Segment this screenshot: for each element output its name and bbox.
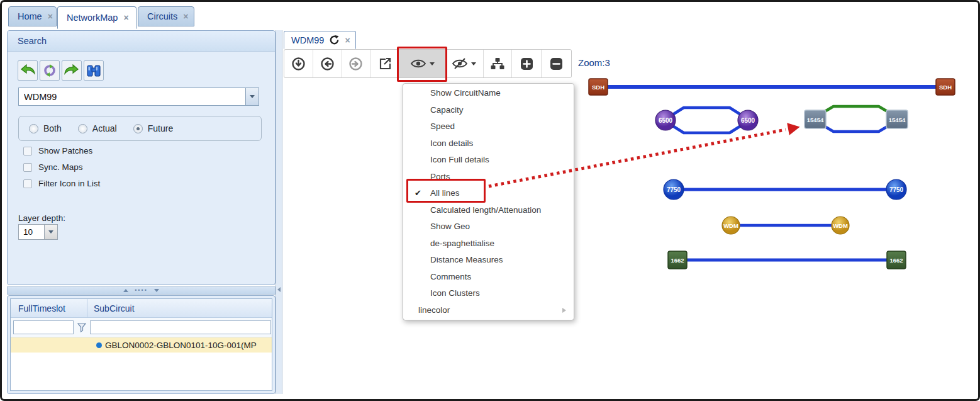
filter-fulltimeslot-input[interactable] <box>13 320 74 334</box>
nav-forward-button[interactable] <box>62 60 82 81</box>
search-combo <box>18 88 259 106</box>
refresh-view-icon[interactable] <box>329 35 340 45</box>
filter-funnel-icon[interactable] <box>77 323 86 332</box>
link-15454-bottom[interactable] <box>816 121 896 132</box>
radio-both[interactable]: Both <box>29 123 62 133</box>
node-6500-right[interactable]: 6500 <box>738 110 758 130</box>
history-forward-button[interactable] <box>342 50 371 77</box>
node-wdm-left[interactable]: WDM <box>722 217 740 234</box>
vertical-splitter[interactable] <box>276 30 282 394</box>
hide-options-button[interactable] <box>445 50 484 77</box>
show-options-button[interactable] <box>399 50 445 77</box>
checkbox-filter-icon-in-list[interactable]: Filter Icon in List <box>23 179 100 188</box>
search-input[interactable] <box>18 88 245 106</box>
zoom-out-button[interactable] <box>542 50 571 77</box>
menu-item-distance-measures[interactable]: Distance Measures <box>403 252 574 269</box>
svg-text:1662: 1662 <box>671 257 684 264</box>
tab-networkmap[interactable]: NetworkMap × <box>57 6 136 29</box>
collapse-left-icon[interactable] <box>277 287 281 292</box>
svg-text:SDH: SDH <box>939 84 952 91</box>
network-map-canvas[interactable]: SDH SDH 6500 6500 15454 15454 7750 <box>283 78 978 393</box>
open-external-button[interactable] <box>370 50 399 77</box>
checkbox-sync-maps[interactable]: Sync. Maps <box>23 162 83 172</box>
collapse-down-icon[interactable] <box>154 289 159 292</box>
checkbox-show-patches[interactable]: Show Patches <box>23 146 92 155</box>
map-view-tab-wdm99[interactable]: WDM99 × <box>284 31 356 49</box>
layout-hierarchy-button[interactable] <box>484 50 513 77</box>
close-icon[interactable]: × <box>183 13 188 20</box>
map-view-tab-label: WDM99 <box>291 35 324 45</box>
svg-text:SDH: SDH <box>592 84 604 91</box>
close-icon[interactable]: × <box>123 14 128 21</box>
node-wdm-right[interactable]: WDM <box>832 217 849 234</box>
menu-item-icon-details[interactable]: Icon details <box>403 135 574 152</box>
menu-item-icon-clusters[interactable]: Icon Clusters <box>403 285 574 302</box>
node-sdh-left[interactable]: SDH <box>589 79 608 95</box>
tab-circuits[interactable]: Circuits × <box>138 6 194 26</box>
column-header-fulltimeslot[interactable]: FullTimeslot <box>11 299 87 317</box>
close-icon[interactable]: × <box>48 13 53 20</box>
menu-item-comments[interactable]: Comments <box>403 269 574 286</box>
node-15454-right[interactable]: 15454 <box>886 110 908 128</box>
fit-view-button[interactable] <box>284 50 313 77</box>
node-sdh-right[interactable]: SDH <box>936 79 955 95</box>
filter-subcircuit-input[interactable] <box>90 320 271 334</box>
circle-left-arrow-icon <box>320 57 335 71</box>
horizontal-splitter[interactable]: •••• <box>7 286 276 295</box>
external-link-icon <box>378 57 392 71</box>
layer-depth-dropdown-button[interactable] <box>45 224 58 240</box>
menu-item-show-circuitname[interactable]: Show CircuitName <box>403 85 574 102</box>
node-6500-left[interactable]: 6500 <box>655 110 676 130</box>
menu-item-all-lines[interactable]: ✔ All lines <box>403 185 574 202</box>
checkbox-icon <box>23 147 32 155</box>
menu-item-calculated-length[interactable]: Calculated length/Attenuation <box>403 202 574 219</box>
view-options-menu: Show CircuitName Capacity Speed Icon det… <box>403 83 574 320</box>
menu-item-capacity[interactable]: Capacity <box>403 102 574 119</box>
link-6500-top[interactable] <box>667 108 747 118</box>
eye-icon <box>410 58 426 69</box>
radio-future[interactable]: Future <box>133 123 173 133</box>
table-row[interactable]: GBLON0002-GBLON0101-10G-001(MP <box>11 337 272 353</box>
find-button[interactable] <box>84 60 104 81</box>
link-15454-top[interactable] <box>816 106 896 116</box>
tab-home-label: Home <box>18 11 42 21</box>
chevron-down-icon <box>48 230 53 234</box>
svg-text:7750: 7750 <box>889 186 904 193</box>
plus-icon <box>520 57 533 71</box>
chevron-down-icon <box>471 62 476 65</box>
column-header-subcircuit[interactable]: SubCircuit <box>87 299 272 317</box>
node-7750-left[interactable]: 7750 <box>664 179 684 200</box>
node-7750-right[interactable]: 7750 <box>886 179 906 200</box>
search-panel-header: Search <box>8 31 275 52</box>
app-window: Home × NetworkMap × Circuits × Search <box>0 0 980 401</box>
nav-back-button[interactable] <box>18 60 38 81</box>
radio-actual-label: Actual <box>92 123 117 133</box>
radio-actual[interactable]: Actual <box>78 123 117 133</box>
menu-item-icon-full-details[interactable]: Icon Full details <box>403 152 574 169</box>
radio-both-label: Both <box>43 123 62 133</box>
refresh-button[interactable] <box>40 60 60 81</box>
zoom-in-button[interactable] <box>512 50 542 77</box>
results-table-header: FullTimeslot SubCircuit <box>11 299 272 318</box>
menu-item-linecolor[interactable]: linecolor <box>403 302 574 319</box>
tab-home[interactable]: Home × <box>8 6 57 26</box>
menu-item-ports[interactable]: Ports <box>403 169 574 186</box>
menu-item-speed[interactable]: Speed <box>403 118 574 135</box>
svg-text:7750: 7750 <box>667 186 681 193</box>
menu-item-de-spaghettialise[interactable]: de-spaghettialise <box>403 235 574 252</box>
svg-text:15454: 15454 <box>889 116 906 123</box>
menu-item-show-geo[interactable]: Show Geo <box>403 218 574 235</box>
svg-text:6500: 6500 <box>741 117 755 124</box>
layer-depth-value[interactable]: 10 <box>18 224 45 240</box>
collapse-up-icon[interactable] <box>123 289 128 292</box>
refresh-icon <box>43 64 57 77</box>
history-back-button[interactable] <box>313 50 342 77</box>
node-1662-right[interactable]: 1662 <box>887 251 906 269</box>
link-6500-bottom[interactable] <box>667 122 747 133</box>
search-combo-dropdown-button[interactable] <box>245 88 259 106</box>
close-icon[interactable]: × <box>345 37 350 44</box>
node-1662-left[interactable]: 1662 <box>668 251 687 269</box>
node-15454-left[interactable]: 15454 <box>805 110 826 128</box>
radio-future-label: Future <box>148 123 173 133</box>
filter-row <box>11 318 272 337</box>
